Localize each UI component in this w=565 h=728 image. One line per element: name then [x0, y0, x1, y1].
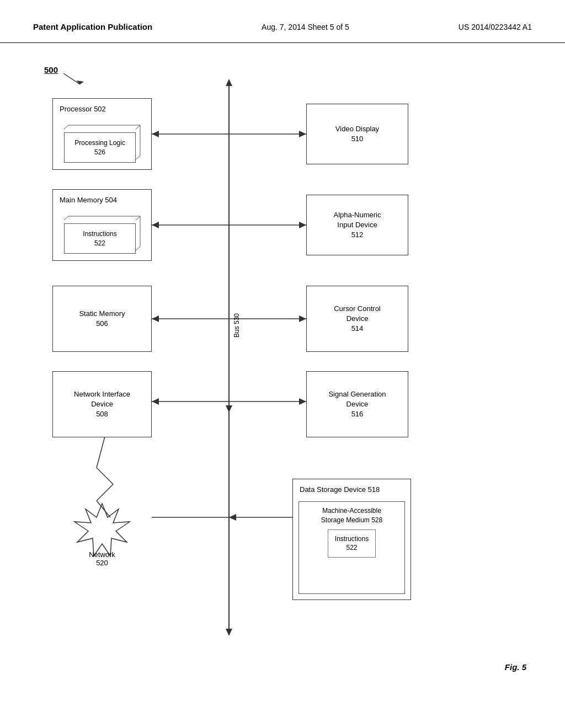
svg-line-31 — [136, 125, 140, 129]
cursor-control-label: Cursor ControlDevice514 — [334, 304, 381, 334]
network-interface-box: Network InterfaceDevice508 — [52, 371, 152, 437]
data-storage-label: Data Storage Device 518 — [300, 485, 404, 495]
svg-marker-3 — [226, 79, 232, 86]
svg-line-36 — [136, 216, 140, 220]
svg-marker-10 — [152, 222, 159, 228]
signal-generation-box: Signal GenerationDevice516 — [306, 371, 408, 437]
svg-marker-18 — [152, 398, 159, 405]
svg-marker-40 — [74, 504, 130, 556]
processing-logic-label: Processing Logic526 — [74, 138, 125, 157]
svg-line-28 — [97, 484, 113, 501]
svg-line-30 — [64, 125, 68, 129]
main-memory-box: Main Memory 504 Instructions522 — [52, 189, 152, 261]
header: Patent Application Publication Aug. 7, 2… — [0, 0, 565, 43]
main-memory-label: Main Memory 504 — [60, 195, 117, 205]
svg-marker-16 — [299, 315, 306, 322]
machine-accessible-label: Machine-AccessibleStorage Medium 528 — [321, 506, 382, 525]
svg-line-27 — [97, 468, 113, 484]
instructions-left-box: Instructions522 — [64, 223, 136, 254]
alpha-numeric-label: Alpha-NumericInput Device512 — [334, 210, 381, 240]
alpha-numeric-box: Alpha-NumericInput Device512 — [306, 195, 408, 255]
fig-label: Fig. 5 — [505, 662, 526, 672]
svg-line-35 — [64, 216, 68, 220]
header-right: US 2014/0223442 A1 — [459, 23, 532, 31]
video-display-label: Video Display510 — [335, 124, 379, 144]
bus-label: Bus 530 — [233, 313, 241, 338]
svg-marker-6 — [152, 131, 159, 137]
svg-line-34 — [136, 156, 140, 159]
static-memory-label: Static Memory506 — [79, 309, 125, 329]
label-500: 500 — [44, 65, 58, 74]
svg-marker-20 — [299, 398, 306, 405]
instructions-right-label: Instructions522 — [335, 535, 369, 552]
svg-line-39 — [136, 247, 140, 250]
video-display-box: Video Display510 — [306, 104, 408, 164]
svg-marker-23 — [229, 514, 236, 521]
instructions-left-label: Instructions522 — [83, 229, 116, 248]
instructions-right-box: Instructions522 — [328, 529, 376, 558]
network-label: Network520 — [66, 550, 138, 567]
svg-marker-14 — [152, 315, 159, 322]
header-center: Aug. 7, 2014 Sheet 5 of 5 — [262, 23, 349, 31]
machine-accessible-box: Machine-AccessibleStorage Medium 528 Ins… — [299, 501, 405, 594]
svg-marker-1 — [76, 81, 84, 84]
svg-marker-12 — [299, 222, 306, 228]
cursor-control-box: Cursor ControlDevice514 — [306, 286, 408, 352]
processing-logic-box: Processing Logic526 — [64, 132, 136, 163]
signal-generation-label: Signal GenerationDevice516 — [328, 389, 386, 420]
svg-marker-21 — [226, 405, 232, 413]
svg-marker-8 — [299, 131, 306, 137]
header-left: Patent Application Publication — [33, 22, 152, 31]
network-interface-label: Network InterfaceDevice508 — [74, 389, 130, 420]
data-storage-box: Data Storage Device 518 Machine-Accessib… — [292, 479, 411, 600]
diagram: 500 — [0, 49, 565, 688]
network-cloud: Network520 — [66, 501, 138, 567]
processor-box: Processor 502 Processing Logic526 — [52, 98, 152, 170]
page: Patent Application Publication Aug. 7, 2… — [0, 0, 565, 728]
svg-marker-4 — [226, 629, 232, 636]
svg-line-0 — [63, 73, 80, 84]
processor-label: Processor 502 — [60, 104, 106, 114]
static-memory-box: Static Memory506 — [52, 286, 152, 352]
